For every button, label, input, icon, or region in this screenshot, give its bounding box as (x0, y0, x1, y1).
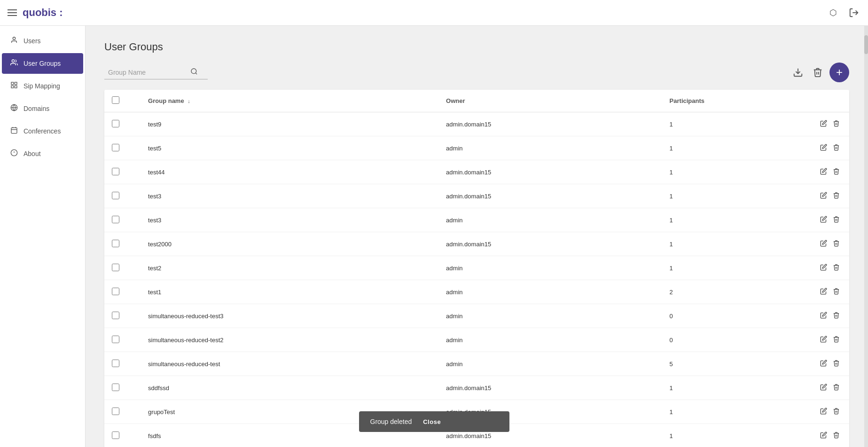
delete-group-button[interactable] (831, 382, 842, 394)
sidebar-item-about[interactable]: About (2, 143, 83, 164)
row-checkbox[interactable] (112, 168, 119, 175)
row-checkbox[interactable] (112, 120, 119, 127)
row-participants: 1 (662, 400, 774, 424)
main-layout: Users User Groups Sip Mapping Domains Co… (0, 26, 868, 447)
row-checkbox[interactable] (112, 264, 119, 271)
row-owner: admin.domain15 (438, 232, 662, 256)
search-icon[interactable] (190, 68, 198, 77)
row-group-name: sddfssd (141, 376, 438, 400)
row-checkbox[interactable] (112, 288, 119, 295)
row-actions (774, 136, 849, 160)
conferences-icon (9, 126, 19, 136)
sidebar-item-label: Users (23, 37, 41, 45)
add-group-button[interactable]: + (829, 63, 849, 82)
row-group-name: test3 (141, 208, 438, 232)
edit-group-button[interactable] (818, 358, 829, 370)
group-name-header-label: Group name (148, 97, 184, 104)
row-actions (774, 208, 849, 232)
edit-group-button[interactable] (818, 238, 829, 250)
edit-group-button[interactable] (818, 430, 829, 442)
row-participants: 1 (662, 112, 774, 136)
delete-group-button[interactable] (831, 118, 842, 130)
delete-button[interactable] (810, 64, 826, 80)
app-logo: quobis : (23, 7, 63, 19)
row-participants: 1 (662, 184, 774, 208)
edit-group-button[interactable] (818, 190, 829, 202)
row-actions (774, 256, 849, 280)
delete-group-button[interactable] (831, 214, 842, 226)
snackbar-close-button[interactable]: Close (423, 418, 441, 425)
row-checkbox[interactable] (112, 408, 119, 415)
row-participants: 0 (662, 304, 774, 328)
sip-mapping-icon (9, 81, 19, 91)
svg-point-2 (12, 60, 14, 62)
edit-group-button[interactable] (818, 310, 829, 322)
delete-group-button[interactable] (831, 262, 842, 274)
sort-arrow-icon[interactable]: ↓ (188, 98, 190, 104)
row-group-name: test2000 (141, 232, 438, 256)
row-participants: 1 (662, 208, 774, 232)
edit-group-button[interactable] (818, 286, 829, 298)
edit-group-button[interactable] (818, 118, 829, 130)
row-actions (774, 160, 849, 184)
sidebar-item-users[interactable]: Users (2, 31, 83, 51)
add-button-icon: + (836, 66, 843, 79)
row-checkbox[interactable] (112, 144, 119, 151)
row-checkbox-cell (104, 160, 141, 184)
row-group-name: test1 (141, 280, 438, 304)
sidebar-item-conferences[interactable]: Conferences (2, 121, 83, 141)
delete-group-button[interactable] (831, 238, 842, 250)
edit-group-button[interactable] (818, 382, 829, 394)
row-participants: 1 (662, 376, 774, 400)
row-participants: 1 (662, 424, 774, 447)
row-checkbox[interactable] (112, 431, 119, 439)
row-checkbox[interactable] (112, 216, 119, 223)
edit-group-button[interactable] (818, 406, 829, 418)
hamburger-menu[interactable] (8, 9, 17, 16)
row-checkbox-cell (104, 136, 141, 160)
row-owner: admin.domain15 (438, 112, 662, 136)
row-checkbox[interactable] (112, 312, 119, 319)
delete-group-button[interactable] (831, 334, 842, 346)
row-actions (774, 280, 849, 304)
sidebar-item-label: User Groups (23, 60, 61, 67)
row-checkbox[interactable] (112, 336, 119, 343)
logout-icon[interactable] (847, 6, 860, 19)
delete-group-button[interactable] (831, 286, 842, 298)
select-all-checkbox[interactable] (112, 96, 119, 104)
edit-group-button[interactable] (818, 166, 829, 178)
row-checkbox[interactable] (112, 192, 119, 199)
edit-group-button[interactable] (818, 142, 829, 154)
delete-group-button[interactable] (831, 142, 842, 154)
row-checkbox[interactable] (112, 240, 119, 247)
svg-rect-9 (11, 128, 17, 133)
delete-group-button[interactable] (831, 358, 842, 370)
table-row: test44 admin.domain15 1 (104, 160, 849, 184)
sidebar-item-sip-mapping[interactable]: Sip Mapping (2, 76, 83, 96)
download-button[interactable] (790, 64, 806, 80)
row-owner: admin (438, 304, 662, 328)
header-group-name: Group name ↓ (141, 90, 438, 112)
page-title: User Groups (104, 41, 849, 53)
edit-group-button[interactable] (818, 214, 829, 226)
delete-group-button[interactable] (831, 430, 842, 442)
screen-share-icon[interactable]: ⬡ (827, 6, 840, 19)
delete-group-button[interactable] (831, 406, 842, 418)
sidebar-item-label: About (23, 150, 41, 157)
delete-group-button[interactable] (831, 310, 842, 322)
row-actions (774, 352, 849, 376)
table-row: test9 admin.domain15 1 (104, 112, 849, 136)
edit-group-button[interactable] (818, 262, 829, 274)
scrollbar-thumb[interactable] (864, 35, 868, 54)
search-input[interactable] (108, 69, 190, 76)
row-checkbox[interactable] (112, 360, 119, 367)
row-checkbox[interactable] (112, 384, 119, 391)
row-checkbox-cell (104, 280, 141, 304)
svg-point-16 (191, 69, 196, 74)
delete-group-button[interactable] (831, 190, 842, 202)
edit-group-button[interactable] (818, 334, 829, 346)
delete-group-button[interactable] (831, 166, 842, 178)
scrollbar-track[interactable] (864, 26, 868, 447)
sidebar-item-domains[interactable]: Domains (2, 98, 83, 119)
sidebar-item-user-groups[interactable]: User Groups (2, 53, 83, 74)
